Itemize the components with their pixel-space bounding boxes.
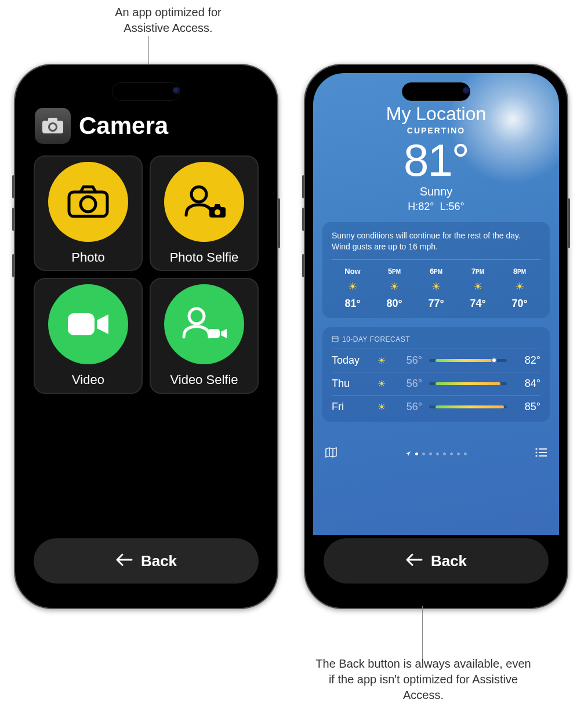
summary-text: Sunny conditions will continue for the r… (332, 230, 540, 260)
svg-point-3 (50, 124, 56, 130)
tile-label: Photo Selfie (170, 250, 239, 265)
low-temp: L:56° (440, 201, 464, 212)
hourly-forecast-card[interactable]: Sunny conditions will continue for the r… (322, 222, 550, 318)
callout-leader-top (148, 36, 149, 65)
hour-temp: 77° (415, 298, 457, 310)
day-row: Today 56° 82° (332, 349, 540, 372)
svg-rect-11 (208, 329, 220, 338)
svg-point-16 (535, 451, 537, 453)
sun-icon (415, 280, 457, 293)
day-name: Fri (332, 401, 370, 413)
temp-range-bar (429, 382, 507, 385)
day-high: 85° (514, 401, 540, 413)
hour-time: Now (332, 267, 373, 276)
weather-header: My Location CUPERTINO 81° Sunny H:82° L:… (313, 103, 559, 213)
page-dot (436, 452, 439, 455)
callout-bottom: The Back button is always available, eve… (313, 656, 533, 703)
sun-icon (332, 280, 373, 293)
svg-rect-15 (539, 448, 547, 450)
day-low: 56° (393, 401, 422, 413)
front-camera-dot (173, 87, 180, 94)
dynamic-island (112, 82, 180, 101)
high-low: H:82° L:56° (313, 201, 559, 213)
current-temp: 81° (313, 137, 559, 183)
tile-video[interactable]: Video (34, 278, 143, 393)
page-indicator[interactable] (405, 448, 467, 459)
arrow-left-icon (115, 552, 133, 570)
svg-rect-12 (332, 336, 338, 342)
svg-rect-1 (48, 118, 57, 122)
location-title: My Location (313, 103, 559, 125)
svg-rect-19 (539, 455, 547, 457)
svg-point-6 (191, 187, 206, 202)
tile-photo[interactable]: Photo (34, 155, 143, 271)
temp-range-bar (429, 405, 507, 408)
hour-item: 5PM 80° (373, 267, 415, 310)
tile-label: Video (72, 372, 104, 387)
front-camera-dot (463, 87, 470, 94)
dynamic-island (402, 82, 470, 101)
page-dot (450, 452, 453, 455)
back-button[interactable]: Back (34, 538, 259, 584)
app-title: Camera (79, 112, 168, 140)
screen-weather-app: My Location CUPERTINO 81° Sunny H:82° L:… (313, 73, 559, 600)
svg-point-18 (535, 455, 537, 457)
page-dot (457, 452, 460, 455)
city-name: CUPERTINO (313, 126, 559, 135)
tile-video-selfie[interactable]: Video Selfie (150, 278, 259, 393)
svg-point-8 (215, 209, 220, 215)
person-video-icon (164, 284, 244, 364)
hour-time: 6PM (415, 267, 457, 276)
camera-app-icon (35, 108, 71, 144)
hour-item: 7PM 74° (457, 267, 499, 310)
hour-temp: 81° (332, 298, 373, 310)
page-dot (422, 452, 425, 455)
back-button[interactable]: Back (324, 538, 549, 584)
hour-temp: 80° (373, 298, 415, 310)
screen-camera-app: Camera Photo Photo Selfie Video (23, 73, 269, 600)
camera-options-grid: Photo Photo Selfie Video Video Selfie (23, 152, 269, 397)
svg-point-14 (535, 448, 537, 450)
location-arrow-icon (405, 448, 411, 459)
list-icon[interactable] (535, 447, 547, 460)
phone-frame-weather: My Location CUPERTINO 81° Sunny H:82° L:… (304, 64, 568, 609)
sun-icon (499, 280, 540, 293)
page-dot (429, 452, 432, 455)
day-name: Thu (332, 378, 370, 390)
sun-icon (370, 355, 393, 366)
page-dot (415, 452, 418, 455)
svg-rect-9 (68, 313, 95, 335)
day-low: 56° (393, 378, 422, 390)
daily-forecast-card[interactable]: 10-DAY FORECAST Today 56° 82° Thu 56° (322, 327, 550, 422)
high-temp: H:82° (408, 201, 434, 212)
day-row: Fri 56° 85° (332, 395, 540, 418)
sun-icon (457, 280, 499, 293)
svg-point-5 (81, 197, 96, 212)
phone-frame-assistive: Camera Photo Photo Selfie Video (14, 64, 278, 609)
day-high: 84° (514, 378, 540, 390)
page-dot (464, 452, 467, 455)
back-label: Back (141, 552, 177, 570)
day-name: Today (332, 354, 370, 367)
svg-point-10 (189, 309, 204, 324)
camera-icon (48, 162, 128, 242)
hour-temp: 74° (457, 298, 499, 310)
tile-label: Video Selfie (170, 372, 238, 387)
hour-item: 6PM 77° (415, 267, 457, 310)
sun-icon (370, 401, 393, 412)
temp-range-bar (429, 359, 507, 362)
page-dot (443, 452, 446, 455)
arrow-left-icon (405, 552, 423, 570)
calendar-icon (332, 335, 339, 344)
tile-photo-selfie[interactable]: Photo Selfie (150, 155, 259, 271)
hour-item: Now 81° (332, 267, 373, 310)
tile-label: Photo (71, 250, 105, 265)
sun-icon (373, 280, 415, 293)
day-row: Thu 56° 84° (332, 372, 540, 395)
day-high: 82° (514, 354, 540, 367)
callout-top: An app optimized for Assistive Access. (93, 5, 244, 36)
hour-time: 7PM (457, 267, 499, 276)
current-condition: Sunny (313, 185, 559, 198)
map-icon[interactable] (325, 447, 337, 461)
hour-time: 5PM (373, 267, 415, 276)
